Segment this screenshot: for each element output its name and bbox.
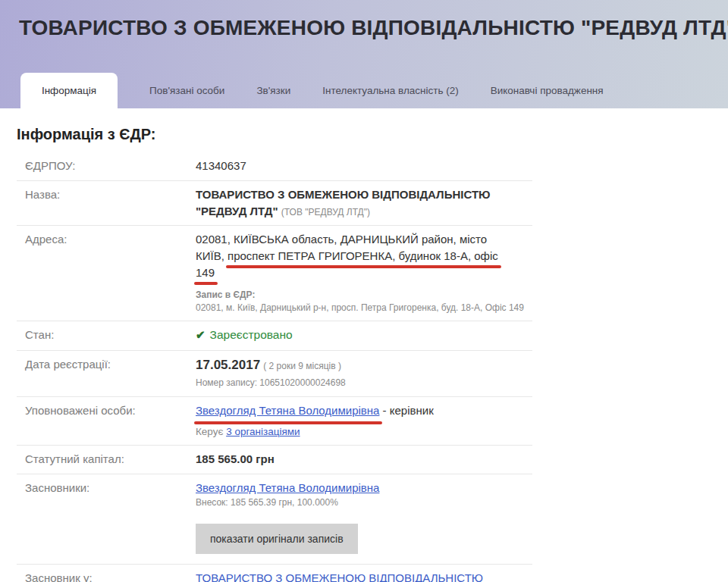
edrpou-label: ЄДРПОУ: xyxy=(17,158,196,174)
edr-record-label: Запис в ЄДР: xyxy=(196,289,532,302)
officer-line: Звездогляд Тетяна Володимирівна - керівн… xyxy=(196,402,532,419)
address-line2-prefix: КИЇВ, xyxy=(196,249,228,262)
company-profile-page: ТОВАРИСТВО З ОБМЕЖЕНОЮ ВІДПОВІДАЛЬНІСТЮ … xyxy=(0,0,728,582)
reg-date-value-block: 17.05.2017 ( 2 роки 9 місяців ) Номер за… xyxy=(196,356,532,390)
founder-link[interactable]: Звездогляд Тетяна Володимирівна xyxy=(196,481,379,494)
table-row-address: Адреса: 02081, КИЇВСЬКА область, ДАРНИЦЬ… xyxy=(17,226,532,321)
name-label: Назва: xyxy=(17,186,196,220)
tab-intellectual-property[interactable]: Інтелектуальна власність (2) xyxy=(306,73,474,108)
red-underline-annotation: Засновник у: xyxy=(25,571,93,582)
manages-line: Керує 3 організаціями xyxy=(196,424,532,440)
table-row-status: Стан: ✔Зареєстровано xyxy=(17,321,532,350)
status-value-block: ✔Зареєстровано xyxy=(196,327,532,343)
tab-information[interactable]: Інформація xyxy=(20,73,118,108)
manages-prefix: Керує xyxy=(196,426,223,437)
reg-date-line: 17.05.2017 ( 2 роки 9 місяців ) xyxy=(196,356,532,375)
table-row-registration-date: Дата реєстрації: 17.05.2017 ( 2 роки 9 м… xyxy=(17,351,532,397)
table-row-founder-of: Засновник у: ТОВАРИСТВО З ОБМЕЖЕНОЮ ВІДП… xyxy=(17,565,532,582)
tab-connections[interactable]: Зв'язки xyxy=(240,73,306,108)
address-value-block: 02081, КИЇВСЬКА область, ДАРНИЦЬКИЙ райо… xyxy=(196,231,532,314)
table-row-edrpou: ЄДРПОУ: 41340637 xyxy=(17,152,532,181)
company-title: ТОВАРИСТВО З ОБМЕЖЕНОЮ ВІДПОВІДАЛЬНІСТЮ … xyxy=(0,0,728,40)
registry-info-table: ЄДРПОУ: 41340637 Назва: ТОВАРИСТВО З ОБМ… xyxy=(17,152,532,582)
founders-value-block: Звездогляд Тетяна Володимирівна Внесок: … xyxy=(196,480,532,558)
company-age: ( 2 роки 9 місяців ) xyxy=(263,361,341,371)
red-underline-annotation: 149 xyxy=(196,264,215,281)
name-value-block: ТОВАРИСТВО З ОБМЕЖЕНОЮ ВІДПОВІДАЛЬНІСТЮ … xyxy=(196,186,532,220)
red-underline-annotation: проспект ПЕТРА ГРИГОРЕНКА, будинок 18-А,… xyxy=(228,248,498,264)
record-number: Номер запису: 10651020000024698 xyxy=(196,377,532,390)
show-original-records-button[interactable]: показати оригінали записів xyxy=(196,524,358,554)
manages-organizations-link[interactable]: 3 організаціями xyxy=(226,426,300,437)
founder-contribution: Внесок: 185 565.39 грн, 100.000% xyxy=(196,496,532,509)
officer-link[interactable]: Звездогляд Тетяна Володимирівна xyxy=(196,404,379,417)
edrpou-value: 41340637 xyxy=(196,158,532,174)
check-icon: ✔ xyxy=(196,328,206,341)
founder-of-label: Засновник у: xyxy=(17,570,196,582)
reg-date-label: Дата реєстрації: xyxy=(17,356,196,390)
table-row-capital: Статутний капітал: 185 565.00 грн xyxy=(17,446,532,474)
status-label: Стан: xyxy=(17,327,196,343)
tab-enforcement-proceedings[interactable]: Виконавчі провадження xyxy=(475,73,620,108)
address-label: Адреса: xyxy=(17,231,196,314)
founders-label: Засновники: xyxy=(17,480,196,558)
section-title: Інформація з ЄДР: xyxy=(17,126,728,143)
table-row-founders: Засновники: Звездогляд Тетяна Володимирі… xyxy=(17,474,532,565)
main-content: Інформація з ЄДР: ЄДРПОУ: 41340637 Назва… xyxy=(0,126,728,582)
edr-record-value: 02081, м. Київ, Дарницький р-н, просп. П… xyxy=(196,302,532,314)
address-line2: КИЇВ, проспект ПЕТРА ГРИГОРЕНКА, будинок… xyxy=(196,248,532,264)
page-header: ТОВАРИСТВО З ОБМЕЖЕНОЮ ВІДПОВІДАЛЬНІСТЮ … xyxy=(0,0,728,108)
status-badge: Зареєстровано xyxy=(210,328,293,341)
registration-date: 17.05.2017 xyxy=(196,358,260,372)
company-short-name: (ТОВ "РЕДВУД ЛТД") xyxy=(281,207,370,217)
table-row-name: Назва: ТОВАРИСТВО З ОБМЕЖЕНОЮ ВІДПОВІДАЛ… xyxy=(17,181,532,227)
tab-related-persons[interactable]: Пов'язані особи xyxy=(133,73,240,108)
capital-label: Статутний капітал: xyxy=(17,451,196,468)
red-underline-annotation: Звездогляд Тетяна Володимирівна xyxy=(196,402,379,419)
officers-label: Уповноважені особи: xyxy=(17,402,196,439)
table-row-officers: Уповноважені особи: Звездогляд Тетяна Во… xyxy=(17,397,532,446)
founder-of-company-link[interactable]: ТОВАРИСТВО З ОБМЕЖЕНОЮ ВІДПОВІДАЛЬНІСТЮ … xyxy=(196,571,483,582)
founder-line: Звездогляд Тетяна Володимирівна xyxy=(196,480,532,496)
tab-bar: Інформація Пов'язані особи Зв'язки Інтел… xyxy=(0,73,728,108)
officer-role: - керівник xyxy=(379,404,433,417)
officers-value-block: Звездогляд Тетяна Володимирівна - керівн… xyxy=(196,402,532,439)
founder-of-value-block: ТОВАРИСТВО З ОБМЕЖЕНОЮ ВІДПОВІДАЛЬНІСТЮ … xyxy=(196,570,532,582)
address-line1: 02081, КИЇВСЬКА область, ДАРНИЦЬКИЙ райо… xyxy=(196,231,532,248)
capital-value: 185 565.00 грн xyxy=(196,451,532,468)
